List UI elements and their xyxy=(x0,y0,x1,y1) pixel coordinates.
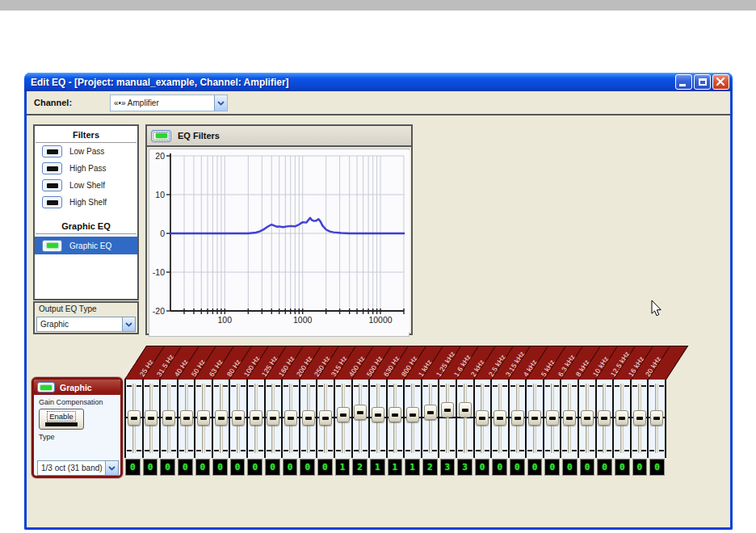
eq-band-slider[interactable] xyxy=(300,380,318,458)
eq-band-slider[interactable] xyxy=(632,380,649,458)
slider-handle[interactable] xyxy=(546,410,559,426)
slider-handle[interactable] xyxy=(267,410,279,426)
eq-band-slider[interactable] xyxy=(178,380,196,458)
slider-handle[interactable] xyxy=(302,410,315,426)
eq-band-slider[interactable] xyxy=(492,380,510,458)
slider-handle[interactable] xyxy=(197,410,210,426)
filter-led-button[interactable] xyxy=(42,162,62,174)
slider-handle-slot-icon xyxy=(410,413,416,417)
slider-handle-slot-icon xyxy=(357,411,363,414)
band-value-display: 0 xyxy=(632,459,648,476)
slider-handle[interactable] xyxy=(511,410,524,426)
slider-handle[interactable] xyxy=(633,410,646,426)
slider-handle[interactable] xyxy=(424,405,437,420)
slider-handle[interactable] xyxy=(250,410,262,426)
eq-filters-header: EQ Filters xyxy=(147,126,411,147)
slider-handle[interactable] xyxy=(650,410,663,426)
slider-handle[interactable] xyxy=(145,410,158,426)
filter-item-low-pass[interactable]: Low Pass xyxy=(35,143,137,160)
slider-handle[interactable] xyxy=(232,410,245,426)
eq-band-slider[interactable] xyxy=(353,380,371,458)
slider-handle[interactable] xyxy=(284,410,297,426)
eq-band-slider[interactable] xyxy=(317,380,335,458)
band-value-display: 0 xyxy=(247,459,262,476)
eq-band-slider[interactable] xyxy=(457,380,475,458)
chevron-down-icon[interactable] xyxy=(122,317,135,331)
band-value-display: 0 xyxy=(125,459,141,476)
slider-handle[interactable] xyxy=(388,407,401,422)
eq-band-slider[interactable] xyxy=(370,380,388,458)
eq-band-slider[interactable] xyxy=(161,380,178,458)
slider-handle[interactable] xyxy=(615,410,628,426)
eq-band-slider[interactable] xyxy=(195,380,213,458)
eq-band-slider[interactable] xyxy=(579,380,597,458)
filter-item-high-shelf[interactable]: High Shelf xyxy=(35,194,137,211)
eq-band-slider[interactable] xyxy=(475,380,493,458)
slider-handle[interactable] xyxy=(494,410,506,426)
eq-band-slider[interactable] xyxy=(510,380,527,458)
slider-handle[interactable] xyxy=(337,407,350,422)
type-combobox[interactable]: 1/3 oct (31 band) xyxy=(37,460,119,476)
mouse-cursor xyxy=(651,300,662,317)
slider-handle[interactable] xyxy=(441,402,454,418)
eq-band-slider[interactable] xyxy=(649,380,666,458)
eq-band-slider[interactable] xyxy=(144,380,162,458)
band-value-cell: 0 xyxy=(159,458,177,476)
slider-handle-slot-icon xyxy=(566,417,573,420)
slider-handle[interactable] xyxy=(476,410,489,426)
eq-band-slider[interactable] xyxy=(213,380,231,458)
eq-band-slider[interactable] xyxy=(422,380,440,458)
filter-led-button[interactable] xyxy=(42,196,62,208)
eq-band-slider[interactable] xyxy=(439,380,457,458)
filter-list: Low PassHigh PassLow ShelfHigh Shelf xyxy=(35,143,137,211)
output-eq-type-combobox[interactable]: Graphic xyxy=(36,317,136,332)
graphic-led-button[interactable] xyxy=(37,382,55,392)
slider-handle[interactable] xyxy=(128,410,141,426)
graphic-eq-item[interactable]: Graphic EQ xyxy=(35,237,137,254)
eq-band-slider[interactable] xyxy=(561,380,579,458)
eq-band-slider[interactable] xyxy=(248,380,266,458)
window-titlebar[interactable]: Edit EQ - [Project: manual_example, Chan… xyxy=(24,73,733,91)
eq-band-slider[interactable] xyxy=(544,380,562,458)
maximize-button[interactable] xyxy=(694,74,711,90)
slider-handle[interactable] xyxy=(528,410,541,426)
slider-handle[interactable] xyxy=(372,407,384,422)
slider-handle[interactable] xyxy=(354,405,367,420)
channel-combobox[interactable]: «•» Amplifier xyxy=(110,94,228,111)
gain-compensation-label: Gain Compensation xyxy=(34,395,120,406)
eq-band-slider[interactable] xyxy=(527,380,544,458)
slider-handle[interactable] xyxy=(581,410,594,426)
led-off-icon xyxy=(47,149,58,154)
filter-led-button[interactable] xyxy=(42,145,62,157)
eq-band-slider[interactable] xyxy=(405,380,422,458)
eq-filters-led-button[interactable] xyxy=(151,130,171,142)
minimize-button[interactable] xyxy=(675,74,692,90)
filter-item-high-pass[interactable]: High Pass xyxy=(35,160,137,177)
eq-band-slider[interactable] xyxy=(230,380,248,458)
slider-handle[interactable] xyxy=(563,410,576,426)
eq-band-slider[interactable] xyxy=(126,380,144,458)
filter-item-low-shelf[interactable]: Low Shelf xyxy=(35,177,137,194)
slider-handle[interactable] xyxy=(215,410,228,426)
chevron-down-icon[interactable] xyxy=(214,95,227,111)
close-button[interactable] xyxy=(712,74,729,90)
eq-band-slider[interactable] xyxy=(283,380,300,458)
eq-band-slider[interactable] xyxy=(388,380,405,458)
eq-band-slider[interactable] xyxy=(597,380,615,458)
eq-band-slider[interactable] xyxy=(335,380,353,458)
graphic-eq-heading: Graphic EQ xyxy=(35,217,137,233)
enable-button-label: Enable xyxy=(48,412,75,421)
chevron-down-icon[interactable] xyxy=(105,461,118,475)
band-value-cell: 0 xyxy=(264,458,282,476)
eq-band-slider[interactable] xyxy=(614,380,632,458)
slider-handle[interactable] xyxy=(180,410,193,426)
graphic-eq-led-button[interactable] xyxy=(42,240,62,252)
slider-handle[interactable] xyxy=(162,410,175,426)
slider-handle[interactable] xyxy=(598,410,611,426)
filter-led-button[interactable] xyxy=(42,179,62,191)
eq-band-slider[interactable] xyxy=(266,380,284,458)
slider-handle[interactable] xyxy=(406,407,419,422)
enable-button[interactable]: Enable xyxy=(39,409,84,430)
slider-handle[interactable] xyxy=(319,410,332,426)
slider-handle[interactable] xyxy=(459,402,472,418)
